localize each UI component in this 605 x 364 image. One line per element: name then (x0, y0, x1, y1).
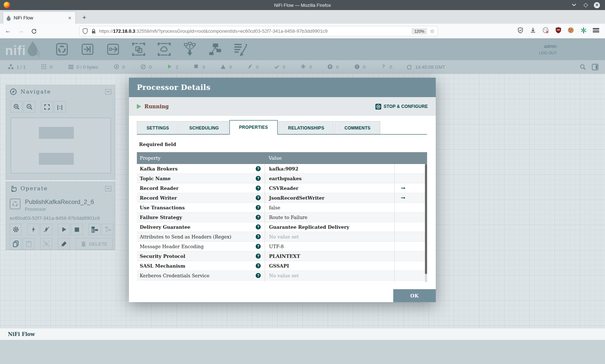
goto-service-arrow[interactable]: → (394, 193, 425, 203)
funnel-component-icon[interactable] (182, 42, 198, 57)
property-help-icon[interactable]: ? (256, 273, 261, 278)
ublock-origin-icon[interactable]: UO (554, 26, 562, 34)
container-mask-icon[interactable] (542, 26, 550, 34)
property-name: Security Protocol (140, 254, 185, 259)
stat-value: 0 (50, 64, 52, 70)
window-titlebar: NiFi Flow — Mozilla Firefox ✕ (0, 0, 605, 10)
copy-button[interactable] (10, 238, 22, 250)
logout-link[interactable]: LOG OUT (539, 51, 557, 55)
table-scrollbar-thumb[interactable] (425, 164, 427, 274)
nifi-toolbar: nifi admin LOG OUT (0, 38, 605, 60)
template-component-icon[interactable] (207, 42, 223, 57)
window-maximize-icon[interactable] (582, 2, 589, 8)
property-help-icon[interactable]: ? (256, 234, 261, 239)
input-port-component-icon[interactable] (80, 42, 95, 57)
processor-component-icon[interactable] (54, 42, 70, 57)
property-help-icon[interactable]: ? (256, 195, 261, 200)
pocket-shield-icon[interactable] (516, 26, 524, 34)
collapse-operate-icon[interactable] (105, 186, 111, 191)
group-button[interactable] (40, 238, 52, 250)
ok-button[interactable]: OK (393, 289, 436, 302)
window-minimize-icon[interactable] (571, 2, 577, 8)
refresh-icon[interactable] (407, 64, 412, 70)
running-play-icon (137, 104, 141, 109)
colorful-extension-icon[interactable] (579, 26, 587, 34)
locally-modified-icon (301, 64, 306, 70)
property-name: Attributes to Send as Headers (Regex) (140, 234, 231, 240)
tab-relationships[interactable]: RELATIONSHIPS (278, 121, 334, 134)
property-help-icon[interactable]: ? (256, 176, 261, 181)
window-close-icon[interactable]: ✕ (594, 2, 600, 8)
color-brush-button[interactable] (58, 238, 70, 250)
property-help-icon[interactable]: ? (256, 254, 261, 259)
property-help-icon[interactable]: ? (256, 263, 261, 268)
output-port-component-icon[interactable] (105, 42, 121, 57)
tab-scheduling[interactable]: SCHEDULING (179, 121, 228, 134)
property-help-icon[interactable]: ? (256, 215, 261, 220)
zoom-in-button[interactable] (10, 101, 22, 113)
stop-and-configure-button[interactable]: STOP & CONFIGURE (375, 104, 428, 110)
locally-modified-stale-icon (354, 64, 360, 70)
back-button[interactable]: ← (3, 26, 13, 36)
property-row: ? (137, 281, 427, 282)
stale-icon (327, 64, 333, 70)
hand-icon (10, 185, 17, 192)
breadcrumb[interactable]: NiFi Flow (8, 331, 35, 337)
revert-flow-version-button[interactable] (102, 224, 113, 235)
stat-value: 0 (283, 64, 285, 70)
url-bar[interactable]: https://172.18.0.3:32558/nifi/?processGr… (79, 26, 438, 36)
paste-button[interactable] (23, 238, 35, 250)
menu-hamburger-icon[interactable] (592, 26, 600, 34)
goto-service-arrow[interactable]: → (394, 183, 425, 193)
tab-properties[interactable]: PROPERTIES (229, 120, 278, 135)
table-scrollbar-track[interactable] (425, 164, 427, 282)
new-tab-button[interactable]: + (79, 13, 89, 23)
reload-button[interactable] (29, 26, 39, 36)
property-help-icon[interactable]: ? (256, 224, 261, 229)
stat-running: 2 (167, 64, 178, 70)
label-component-icon[interactable] (233, 42, 249, 57)
zoom-actual-size-button[interactable]: |:| (54, 101, 66, 113)
bookmark-star-icon[interactable]: ☆ (430, 28, 435, 35)
property-help-icon[interactable]: ? (256, 244, 261, 249)
minimap-processor-block (39, 127, 74, 139)
search-icon[interactable] (580, 64, 586, 70)
delete-button[interactable]: DELETE (76, 238, 113, 250)
property-value: GSSAPI (265, 261, 394, 270)
zoom-fit-button[interactable] (41, 101, 53, 113)
connection-lock-icon[interactable] (91, 28, 96, 34)
dialog-title: Processor Details (137, 83, 210, 92)
selected-processor-icon (10, 199, 21, 209)
disable-bolt-slash-button[interactable] (40, 224, 52, 235)
downloads-icon[interactable] (529, 26, 537, 34)
processor-details-dialog: Processor Details Running STOP & CONFIGU… (129, 78, 436, 302)
property-help-icon[interactable]: ? (256, 186, 261, 191)
tab-settings[interactable]: SETTINGS (137, 121, 179, 134)
cookie-extension-icon[interactable] (567, 26, 575, 34)
forward-button[interactable]: → (16, 26, 26, 36)
property-help-icon[interactable]: ? (256, 205, 261, 210)
remote-process-group-component-icon[interactable] (156, 42, 172, 57)
birdseye-minimap[interactable] (11, 118, 111, 173)
navigate-panel-title: Navigate (21, 88, 51, 95)
start-play-button[interactable] (58, 224, 70, 235)
process-group-component-icon[interactable] (131, 42, 147, 57)
panel-toggle-icon[interactable] (592, 64, 599, 70)
zoom-out-button[interactable] (23, 101, 35, 113)
page-zoom-badge[interactable]: 120% (412, 28, 427, 35)
tab-comments[interactable]: COMMENTS (335, 121, 380, 134)
stat-value: 0 (202, 64, 205, 70)
stop-square-button[interactable] (71, 224, 83, 235)
stat-value: 0 (229, 64, 232, 70)
browser-tab[interactable]: NiFi Flow × (3, 12, 76, 24)
tracking-protection-shield-icon[interactable] (82, 28, 88, 34)
tab-close-icon[interactable]: × (67, 15, 72, 21)
url-text[interactable]: https://172.18.0.3:32558/nifi/?processGr… (99, 28, 412, 34)
dialog-status-row: Running STOP & CONFIGURE (129, 97, 436, 116)
property-help-icon[interactable]: ? (256, 166, 261, 171)
row-actions-cell (394, 203, 425, 212)
enable-bolt-button[interactable] (27, 224, 39, 235)
configure-gear-button[interactable] (10, 224, 22, 235)
save-flow-version-button[interactable] (89, 224, 100, 235)
collapse-navigate-icon[interactable] (105, 89, 111, 95)
